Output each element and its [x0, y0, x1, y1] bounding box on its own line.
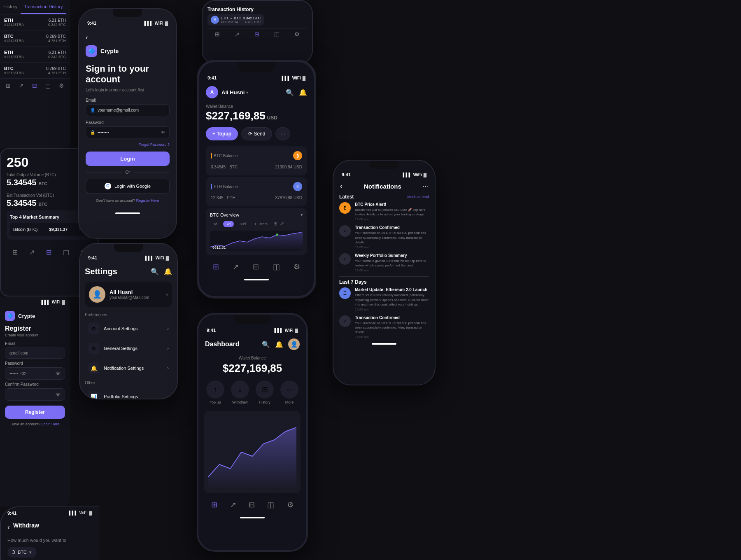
- or-line-right: [133, 172, 170, 173]
- history-tab[interactable]: History: [0, 0, 21, 14]
- mark-as-read-link[interactable]: Mark as read: [407, 195, 429, 199]
- tab-7d[interactable]: 7d: [223, 221, 234, 227]
- login-button[interactable]: Login: [86, 152, 170, 166]
- tab-custom[interactable]: Custom: [252, 221, 271, 227]
- signal-icon: ▌▌▌: [282, 76, 290, 80]
- password-input[interactable]: ••••••-232 👁: [5, 367, 65, 380]
- eth-unit: ETH: [227, 196, 235, 200]
- nav-history-icon[interactable]: ⊟: [249, 500, 255, 509]
- search-icon[interactable]: 🔍: [262, 341, 270, 348]
- nav-history-icon[interactable]: ⊟: [253, 262, 259, 271]
- history-row-4[interactable]: BTC #12123TRA 0.269 BTC 4.781 ETH: [0, 63, 70, 79]
- bitcoin-market-row[interactable]: Bitcoin (BTC) $9,331.37 〜: [10, 223, 89, 236]
- notification-settings-item[interactable]: 🔔 Notification Settings ›: [85, 359, 172, 377]
- search-icon[interactable]: 🔍: [151, 268, 159, 275]
- login-here-link[interactable]: Login Here: [42, 422, 60, 426]
- more-action[interactable]: ··· More: [280, 380, 298, 404]
- eye-icon-2[interactable]: 👁: [56, 392, 61, 397]
- topup-button[interactable]: + Topup: [206, 127, 238, 140]
- nav-home-icon[interactable]: ⊞: [213, 262, 219, 271]
- nav-wallet-icon[interactable]: ◫: [273, 262, 280, 271]
- btc-balance-label: BTC Balance: [211, 153, 238, 159]
- password-field[interactable]: [98, 130, 158, 135]
- more-options-icon[interactable]: ···: [423, 183, 428, 190]
- forgot-password-link[interactable]: Forgot Password ?: [86, 142, 170, 147]
- nav-wallet-icon[interactable]: ◫: [267, 500, 274, 509]
- back-button[interactable]: ‹: [7, 523, 10, 532]
- expand-icon[interactable]: ⤢: [280, 221, 284, 227]
- chevron-down-icon[interactable]: ▾: [246, 90, 248, 95]
- history-row-1[interactable]: ETH #12123TRA 6,21 ETH 0.342 BTC: [0, 14, 70, 30]
- email-input[interactable]: gmail.com: [5, 348, 65, 359]
- topup-action[interactable]: ↑ Top up: [206, 380, 224, 404]
- stats-nav-home[interactable]: ⊞: [12, 248, 18, 256]
- user-profile-row[interactable]: 👤 Ali Husni yourali650@Mail.com ›: [85, 282, 172, 307]
- email-label: Email: [86, 98, 170, 103]
- nav-home-icon[interactable]: ⊞: [215, 31, 220, 37]
- action-buttons: + Topup ⟳ Send ···: [199, 123, 314, 145]
- signal-icon: ▌▌▌: [145, 256, 154, 260]
- portfolio-summary-item[interactable]: ✓ Weekly Portfolio Summary Your portfoli…: [339, 253, 429, 272]
- nav-history-icon[interactable]: ⊟: [254, 31, 259, 37]
- nav-send-icon[interactable]: ↗: [235, 31, 240, 37]
- nav-send-icon[interactable]: ↗: [233, 262, 239, 271]
- settings-icon[interactable]: ⚙: [59, 82, 64, 89]
- general-settings-item[interactable]: ⚙ General Settings ›: [85, 339, 172, 357]
- confirm-label: Confirm Password: [5, 382, 65, 387]
- signin-phone: 9:41 ▌▌▌ WiFi ▓ ‹ 🔷 Crypte Sign in to yo…: [78, 8, 177, 239]
- eye-icon[interactable]: 👁: [56, 371, 61, 376]
- transaction-history-tab[interactable]: Transaction History: [21, 0, 66, 14]
- register-link[interactable]: Register Here: [136, 198, 159, 203]
- nav-wallet-icon[interactable]: ◫: [274, 31, 280, 37]
- nav-settings-icon[interactable]: ⚙: [294, 262, 300, 271]
- history-icon[interactable]: ⊟: [32, 82, 37, 89]
- bell-icon[interactable]: 🔔: [275, 341, 283, 348]
- back-button[interactable]: ‹: [340, 182, 343, 191]
- register-button[interactable]: Register: [5, 406, 65, 419]
- stats-nav-send[interactable]: ↗: [29, 248, 35, 256]
- wifi-icon: WiFi: [285, 328, 294, 333]
- send-icon[interactable]: ↗: [19, 82, 24, 89]
- chart-type-icon[interactable]: ⊞: [273, 221, 277, 227]
- nav-send-icon[interactable]: ↗: [230, 500, 236, 509]
- send-button[interactable]: ⟳ Send: [241, 127, 272, 140]
- est-tx-label: Est Transaction Vol (BTC): [7, 193, 54, 198]
- eth-launch-item[interactable]: Ξ Market Update: Ethereum 2.0 Launch Eth…: [339, 287, 429, 311]
- back-button[interactable]: ‹: [86, 34, 170, 41]
- signal-icon: ▌▌▌: [403, 173, 411, 177]
- tx-confirmed-item-1[interactable]: ✓ Transaction Confirmed Your purchase of…: [339, 225, 429, 249]
- eth-tx-item[interactable]: Ξ ETH → BTC #12123TRA 0.342 BTC 4.781 ET…: [207, 14, 264, 26]
- portfolio-settings-item[interactable]: 📊 Portfolio Settings ›: [85, 387, 172, 399]
- history-row-2[interactable]: BTC #12123TRA 0.269 BTC 4.781 ETH: [0, 30, 70, 47]
- btc-unit: BTC: [229, 165, 238, 169]
- google-login-button[interactable]: G Login with Google: [86, 179, 170, 194]
- nav-settings-icon[interactable]: ⚙: [287, 500, 294, 509]
- confirm-input[interactable]: 👁: [5, 388, 65, 401]
- account-settings-label: Account Settings: [104, 326, 163, 331]
- login-prompt: Have an account? Login Here: [5, 422, 65, 426]
- eye-icon[interactable]: 👁: [161, 130, 165, 135]
- balance-currency: USD: [267, 115, 277, 121]
- currency-selector[interactable]: ₿ BTC ▾: [7, 547, 37, 558]
- history-action[interactable]: ⊞ History: [256, 380, 274, 404]
- nav-settings-icon[interactable]: ⚙: [294, 31, 300, 37]
- wallet-icon[interactable]: ◫: [45, 82, 51, 89]
- stats-nav-active[interactable]: ⊟: [46, 248, 51, 256]
- stats-nav-wallet[interactable]: ◫: [63, 248, 69, 256]
- email-field[interactable]: [98, 108, 165, 112]
- withdraw-action[interactable]: ↓ Withdraw: [231, 380, 249, 404]
- more-button[interactable]: ···: [275, 127, 290, 140]
- tx-confirmed-item-2[interactable]: ✓ Transaction Confirmed Your purchase of…: [339, 315, 429, 339]
- overview-chevron-icon[interactable]: ▾: [301, 212, 303, 217]
- search-icon[interactable]: 🔍: [286, 89, 294, 96]
- bell-icon[interactable]: 🔔: [299, 89, 307, 96]
- home-icon[interactable]: ⊞: [6, 82, 11, 89]
- account-settings-item[interactable]: ⚙ Account Settings ›: [85, 320, 172, 338]
- tab-1d[interactable]: 1d: [210, 221, 221, 227]
- history-row-3[interactable]: ETH #12123TRA 6,21 ETH 0.342 BTC: [0, 47, 70, 63]
- battery-icon: ▓: [62, 300, 65, 304]
- bell-icon[interactable]: 🔔: [164, 268, 172, 275]
- btc-price-alert-item[interactable]: ₿ BTC Price Alert! Bitcoin has just surp…: [339, 202, 429, 221]
- tab-30d[interactable]: 30d: [236, 221, 249, 227]
- nav-home-icon[interactable]: ⊞: [211, 500, 217, 509]
